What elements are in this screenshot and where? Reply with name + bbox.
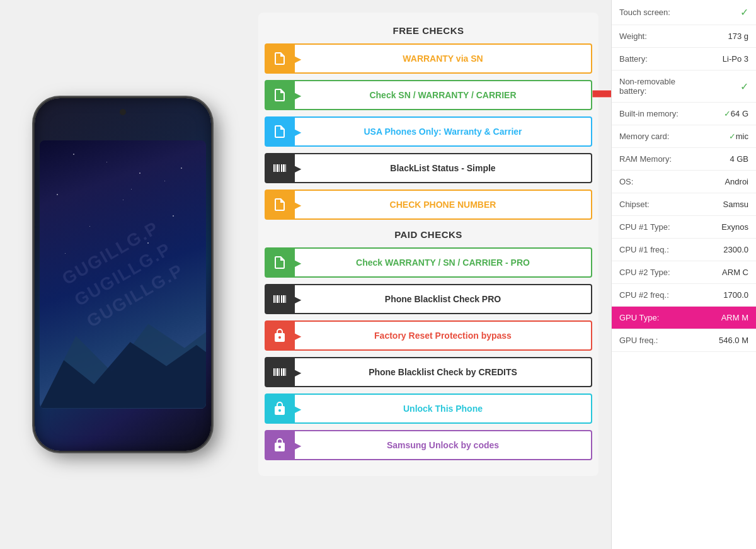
spec-chipset-label: Chipset: [619,200,684,209]
check-phone-label: CHECK PHONE NUMBER [295,190,592,220]
spec-gpu-type-label: GPU Type: [619,313,684,322]
blacklist-simple-icon [265,153,295,183]
spec-gpu-type-value: ARM M [684,313,749,322]
spec-memcard-value: ✓mic [684,132,749,141]
spec-touchscreen-label: Touch screen: [619,8,684,17]
checks-section: FREE CHECKS WARRANTY via SN Check SN / W… [246,0,611,549]
spec-cpu2-type-label: CPU #2 Type: [619,268,684,277]
spec-battery: Battery: Li-Po 3 [612,48,756,71]
spec-memory-card: Memory card: ✓mic [612,125,756,148]
svg-marker-2 [592,82,611,105]
warranty-sn-label: WARRANTY via SN [295,43,592,74]
blacklist-credits-icon [265,357,295,387]
spec-weight-value: 173 g [684,31,749,41]
spec-os-label: OS: [619,177,684,186]
check-phone-button[interactable]: CHECK PHONE NUMBER [265,190,592,220]
spec-nonremovable: Non-removable battery: ✓ [612,71,756,103]
spec-weight: Weight: 173 g [612,25,756,48]
samsung-unlock-button[interactable]: Samsung Unlock by codes [265,430,592,460]
samsung-unlock-label: Samsung Unlock by codes [295,430,592,460]
spec-cpu2-type: CPU #2 Type: ARM C [612,261,756,284]
unlock-button[interactable]: Unlock This Phone [265,393,592,424]
blacklist-credits-button[interactable]: Phone Blacklist Check by CREDITS [265,357,592,387]
warranty-pro-icon [265,247,295,278]
blacklist-credits-label: Phone Blacklist Check by CREDITS [295,357,592,387]
spec-gpu-freq: GPU freq.: 546.0 M [612,329,756,352]
spec-ram-value: 4 GB [684,154,749,164]
spec-cpu1-freq-value: 2300.0 [684,245,749,254]
specs-panel: Touch screen: ✓ Weight: 173 g Battery: L… [611,0,756,549]
phone-display: GUGILLG.P GUGILLG.P GUGILLG.P [0,0,246,549]
spec-nonremovable-value: ✓ [684,81,749,93]
spec-battery-value: Li-Po 3 [684,54,749,64]
spec-cpu2-freq: CPU #2 freq.: 1700.0 [612,284,756,307]
frp-icon [265,320,295,351]
spec-builtin-memory: Built-in memory: ✓64 G [612,103,756,125]
phone-mockup: GUGILLG.P GUGILLG.P GUGILLG.P [35,98,211,451]
spec-ram: RAM Memory: 4 GB [612,148,756,171]
spec-gpu-freq-value: 546.0 M [684,336,749,345]
unlock-icon [265,393,295,424]
free-checks-title: FREE CHECKS [265,25,592,36]
spec-cpu1-type: CPU #1 Type: Exynos [612,216,756,239]
spec-touchscreen-value: ✓ [684,6,749,18]
spec-weight-label: Weight: [619,31,684,41]
check-sn-label: Check SN / WARRANTY / CARRIER [295,80,592,110]
blacklist-simple-button[interactable]: BlackList Status - Simple [265,153,592,183]
spec-touchscreen: Touch screen: ✓ [612,0,756,25]
check-sn-icon [265,80,295,110]
spec-gpu-freq-label: GPU freq.: [619,336,684,345]
paid-checks-title: PAID CHECKS [265,229,592,240]
usa-phones-button[interactable]: USA Phones Only: Warranty & Carrier [265,116,592,147]
spec-cpu2-type-value: ARM C [684,268,749,277]
spec-memcard-label: Memory card: [619,132,684,141]
blacklist-pro-icon [265,284,295,314]
blacklist-simple-label: BlackList Status - Simple [295,153,592,183]
spec-os-value: Androi [684,177,749,186]
spec-cpu1-type-value: Exynos [684,222,749,232]
warranty-sn-icon [265,43,295,74]
samsung-unlock-icon [265,430,295,460]
spec-builtin-value: ✓64 G [684,109,749,118]
check-sn-button[interactable]: Check SN / WARRANTY / CARRIER [265,80,592,110]
unlock-label: Unlock This Phone [295,393,592,424]
spec-cpu1-type-label: CPU #1 Type: [619,222,684,232]
blacklist-pro-label: Phone Blacklist Check PRO [295,284,592,314]
check-phone-icon [265,190,295,220]
spec-battery-label: Battery: [619,54,684,64]
usa-phones-label: USA Phones Only: Warranty & Carrier [295,116,592,147]
frp-button[interactable]: Factory Reset Protection bypass [265,320,592,351]
spec-gpu-type: GPU Type: ARM M [612,307,756,329]
frp-label: Factory Reset Protection bypass [295,320,592,351]
spec-cpu1-freq: CPU #1 freq.: 2300.0 [612,239,756,261]
spec-chipset: Chipset: Samsu [612,193,756,216]
spec-nonremovable-label: Non-removable battery: [619,77,684,96]
spec-builtin-label: Built-in memory: [619,109,684,118]
usa-phones-icon [265,116,295,147]
spec-cpu1-freq-label: CPU #1 freq.: [619,245,684,254]
red-arrow [592,81,611,109]
spec-os: OS: Androi [612,171,756,193]
spec-cpu2-freq-value: 1700.0 [684,290,749,300]
warranty-pro-button[interactable]: Check WARRANTY / SN / CARRIER - PRO [265,247,592,278]
spec-cpu2-freq-label: CPU #2 freq.: [619,290,684,300]
warranty-sn-button[interactable]: WARRANTY via SN [265,43,592,74]
blacklist-pro-button[interactable]: Phone Blacklist Check PRO [265,284,592,314]
spec-chipset-value: Samsu [684,200,749,209]
warranty-pro-label: Check WARRANTY / SN / CARRIER - PRO [295,247,592,278]
spec-ram-label: RAM Memory: [619,154,684,164]
